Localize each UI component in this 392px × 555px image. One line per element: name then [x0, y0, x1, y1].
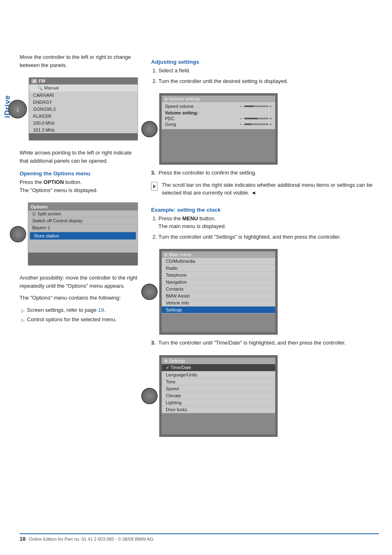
controller-knob-options: [10, 226, 26, 242]
contains-para: The "Options" menu contains the followin…: [20, 294, 138, 302]
footer-text: Online Edition for Part no. 01 41 2 603 …: [29, 537, 153, 542]
fm-item-101: 101.3 MHz: [29, 127, 138, 133]
settings-tone: Tone: [162, 378, 275, 385]
fm-item-energy: ENERGY: [29, 99, 138, 106]
adj-step-2: Turn the controller until the desired se…: [158, 77, 379, 85]
menu-vehicle-info: Vehicle Info: [162, 300, 275, 307]
example-heading: Example: setting the clock: [151, 207, 379, 213]
bullet-tri-2: ▷: [21, 317, 24, 324]
example-steps: Press the MENU button. The main menu is …: [151, 215, 379, 241]
pdc-row: PDC − +: [165, 116, 272, 121]
options-screenshot: Options ☑ Split screen Switch off Contro…: [28, 202, 138, 266]
fm-item-carivari: CARIVARI: [29, 92, 138, 99]
bullet-list: ▷ Screen settings, refer to page 19. ▷ C…: [20, 306, 138, 324]
opt-switch-off: Switch off Control display: [28, 217, 138, 224]
example-step-2: Turn the controller until "Settings" is …: [158, 233, 379, 241]
scroll-tri-icon: [153, 184, 156, 188]
fm-icon: ⊞: [31, 79, 37, 83]
opt-split-screen: ☑ Split screen: [28, 210, 138, 217]
volume-setting-label: Volume setting:: [165, 110, 272, 115]
gong-row: Gong − +: [165, 122, 272, 127]
menu-bold: MENU: [183, 215, 198, 222]
settings-climate: Climate: [162, 392, 275, 399]
settings-screenshot: ⚙ Settings ✓ Time/Date Language/Units To…: [159, 355, 278, 437]
page-number: 18: [20, 536, 25, 542]
adjusting-steps: Select a field. Turn the controller unti…: [151, 67, 379, 85]
controller-knob-main: [141, 284, 158, 300]
fm-screenshot-wrapper: ↓ ⊞ FM 🔍 Manual CARIVARI ENERGY GONG96.3…: [20, 73, 138, 145]
fm-item-manual: 🔍 Manual: [29, 85, 138, 92]
option-bold: OPTION: [44, 179, 64, 185]
opening-heading: Opening the Options menu: [20, 170, 138, 177]
page-footer: 18 Online Edition for Part no. 01 41 2 6…: [20, 533, 379, 542]
down-arrow-icon: ↓: [16, 104, 20, 114]
example-step-1: Press the MENU button. The main menu is …: [158, 215, 379, 231]
menu-navigation: Navigation: [162, 279, 275, 286]
menu-telephone: Telephone: [162, 272, 275, 279]
scroll-note-block: The scroll bar on the right side indicat…: [151, 181, 379, 201]
speed-volume-row: Speed volume − +: [165, 104, 272, 109]
controller-knob-settings: [141, 388, 158, 404]
menu-cd: CD/Multimedia: [162, 258, 275, 265]
settings-icon: ⚙: [164, 359, 168, 363]
opt-store-station: Store station: [30, 232, 136, 239]
volume-title: ⊞ Volume settings: [162, 96, 275, 102]
main-menu-screenshot: ⊞ Main menu CD/Multimedia Radio Telephon…: [159, 249, 278, 335]
example-step-1-sub: The main menu is displayed.: [158, 223, 226, 229]
end-mark: ◄: [251, 190, 256, 196]
settings-items: ✓ Time/Date Language/Units Tone Speed Cl…: [162, 364, 275, 413]
bullet-item-control: ▷ Control options for the selected menu.: [21, 316, 138, 324]
left-column: Move the controller to the left or right…: [20, 53, 138, 441]
options-title: Options: [31, 204, 48, 209]
controller-knob-fm: ↓: [8, 100, 27, 119]
another-para: Another possibility: move the controller…: [20, 274, 138, 290]
main-menu-icon: ⊞: [164, 253, 167, 257]
intro-paragraph: Move the controller to the left or right…: [20, 53, 138, 69]
bullet-tri-1: ▷: [21, 307, 24, 314]
main-menu-title: ⊞ Main menu: [162, 251, 275, 258]
example-step-3: 3. Turn the controller until "Time/Date"…: [151, 339, 379, 347]
opt-bayern: Bayern 1: [28, 224, 138, 231]
fm-title: FM: [39, 78, 45, 83]
volume-screenshot: ⊞ Volume settings Speed volume − +: [159, 93, 278, 165]
scroll-note-text: The scroll bar on the right side indicat…: [162, 181, 379, 197]
settings-language: Language/Units: [162, 371, 275, 378]
menu-contacts: Contacts: [162, 286, 275, 293]
controller-knob-volume: [141, 121, 158, 137]
settings-speed: Speed: [162, 385, 275, 392]
opening-step1: Press the OPTION button. The "Options" m…: [20, 178, 138, 194]
options-screenshot-wrapper: Options ☑ Split screen Switch off Contro…: [20, 198, 138, 270]
fm-item-gong: GONG96.3: [29, 106, 138, 113]
settings-time-date: ✓ Time/Date: [162, 364, 275, 371]
white-arrows-para: White arrows pointing to the left or rig…: [20, 149, 138, 165]
right-column: Adjusting settings Select a field. Turn …: [151, 53, 379, 441]
menu-bmw-assist: BMW Assist: [162, 293, 275, 300]
menu-settings: Settings: [162, 307, 275, 313]
menu-radio: Radio: [162, 265, 275, 272]
bullet-text-1: Screen settings, refer to page 19.: [27, 306, 105, 314]
scroll-indicator: [151, 182, 158, 191]
fm-screenshot: ⊞ FM 🔍 Manual CARIVARI ENERGY GONG96.3 K…: [29, 77, 138, 141]
settings-lighting: Lighting: [162, 399, 275, 406]
bullet-item-screen: ▷ Screen settings, refer to page 19.: [21, 306, 138, 314]
adj-step-3: 3. Press the controller to confirm the s…: [151, 169, 379, 177]
page-content: Move the controller to the left or right…: [20, 53, 379, 441]
fm-item-klassik: KLASSIK: [29, 113, 138, 120]
bullet-text-2: Control options for the selected menu.: [27, 316, 117, 324]
fm-item-100: 100.0 MHz: [29, 120, 138, 127]
settings-wrapper: ⚙ Settings ✓ Time/Date Language/Units To…: [151, 351, 379, 441]
volume-screenshot-wrapper: ⊞ Volume settings Speed volume − +: [151, 89, 379, 169]
settings-door-locks: Door locks: [162, 406, 275, 413]
main-menu-wrapper: ⊞ Main menu CD/Multimedia Radio Telephon…: [151, 245, 379, 339]
main-menu-items: CD/Multimedia Radio Telephone Navigation…: [162, 258, 275, 313]
adj-step-1: Select a field.: [158, 67, 379, 75]
adjusting-heading: Adjusting settings: [151, 59, 379, 65]
volume-icon: ⊞: [164, 97, 167, 101]
opening-step2: The "Options" menu is displayed.: [20, 187, 98, 193]
settings-title: ⚙ Settings: [162, 358, 275, 364]
page-19-link[interactable]: 19: [98, 307, 104, 313]
